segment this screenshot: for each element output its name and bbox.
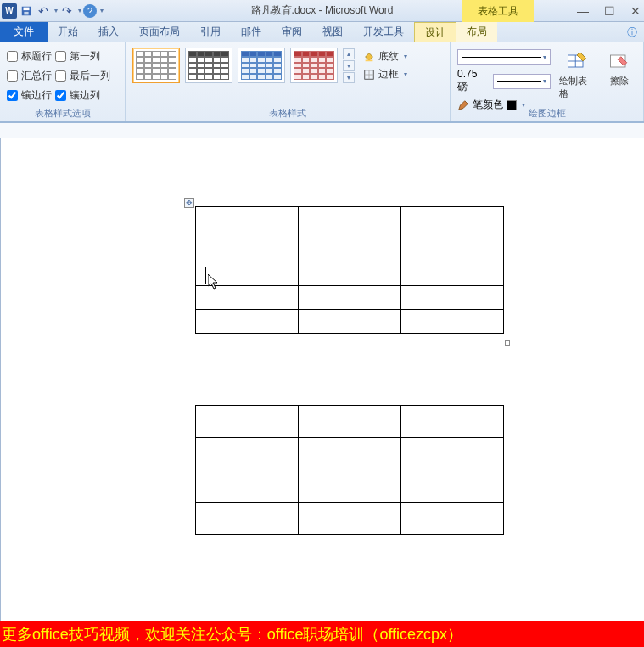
borders-icon [363,69,375,81]
draw-table-button[interactable]: 绘制表格 [554,46,599,100]
borders-button[interactable]: 边框▾ [363,67,407,82]
group-label-style-options: 表格样式选项 [0,107,125,120]
document-area[interactable]: ✥ [0,138,644,621]
tab-design[interactable]: 设计 [414,22,456,42]
svg-rect-2 [24,11,28,14]
undo-dropdown-icon[interactable]: ▾ [54,7,58,14]
table-tools-context-label: 表格工具 [462,0,534,22]
gallery-scroll-down-icon[interactable]: ▾ [343,60,355,71]
table-style-gallery: ▴ ▾ ▾ [132,46,355,83]
gallery-scroll-up-icon[interactable]: ▴ [343,48,355,59]
close-button[interactable]: ✕ [630,4,641,18]
border-style-select[interactable]: ▾ [457,49,551,65]
qat-customize-icon[interactable]: ▾ [100,7,104,14]
tab-home[interactable]: 开始 [48,22,88,42]
tab-references[interactable]: 引用 [190,22,231,42]
tab-mailings[interactable]: 邮件 [231,22,272,42]
ribbon: 标题行 汇总行 镶边行 第一列 最后一列 镶边列 表格样式选项 ▴ ▾ [0,42,644,123]
table-resize-handle-icon[interactable] [505,340,510,346]
window-title: 路凡教育.docx - Microsoft Word [251,3,394,18]
table-style-thumb-2[interactable] [185,48,232,83]
table-style-thumb-3[interactable] [238,48,285,83]
chevron-down-icon: ▾ [404,70,407,78]
restore-button[interactable]: ☐ [604,4,615,18]
table-move-handle-icon[interactable]: ✥ [184,198,194,208]
tab-insert[interactable]: 插入 [88,22,129,42]
group-label-draw-borders: 绘图边框 [451,107,643,120]
gallery-more-icon[interactable]: ▾ [343,72,355,83]
group-table-style-options: 标题行 汇总行 镶边行 第一列 最后一列 镶边列 表格样式选项 [0,42,126,121]
page: ✥ [1,138,644,621]
group-table-styles: ▴ ▾ ▾ 底纹▾ 边框▾ 表格样式 [126,42,451,121]
checkbox-first-column[interactable]: 第一列 [55,49,110,64]
chevron-down-icon: ▾ [404,53,407,60]
table-style-thumb-1[interactable] [132,48,180,83]
draw-table-icon [565,49,589,73]
border-width-select[interactable]: 0.75 磅 ▾ [457,68,551,94]
window-controls: — ☐ ✕ [577,4,641,18]
ribbon-help-icon[interactable]: ⓘ [627,25,637,40]
redo-icon[interactable]: ↷ [59,3,75,19]
checkbox-total-row[interactable]: 汇总行 [7,69,52,83]
ribbon-tabs: 文件 开始 插入 页面布局 引用 邮件 审阅 视图 开发工具 设计 布局 ⓘ [0,22,644,42]
word-app-icon[interactable]: W [2,3,17,19]
save-icon[interactable] [19,3,34,19]
titlebar: W ↶ ▾ ↷ ▾ ? ▾ 路凡教育.docx - Microsoft Word… [0,0,644,22]
eraser-icon [608,49,631,73]
table-style-thumb-4[interactable] [290,48,338,83]
gallery-scroll: ▴ ▾ ▾ [343,48,355,83]
tab-developer[interactable]: 开发工具 [353,22,414,42]
document-name: 路凡教育.docx [251,4,316,16]
tab-view[interactable]: 视图 [312,22,353,42]
checkbox-banded-columns[interactable]: 镶边列 [55,88,110,103]
svg-rect-1 [24,7,30,10]
app-name: Microsoft Word [325,4,393,16]
checkbox-header-row[interactable]: 标题行 [7,49,52,64]
help-icon[interactable]: ? [83,4,97,18]
checkbox-banded-rows[interactable]: 镶边行 [7,88,52,103]
shading-button[interactable]: 底纹▾ [363,49,407,64]
undo-icon[interactable]: ↶ [36,3,51,19]
text-caret [205,267,206,284]
quick-access-toolbar: W ↶ ▾ ↷ ▾ ? ▾ [0,3,104,19]
eraser-button[interactable]: 擦除 [602,46,636,87]
checkbox-last-column[interactable]: 最后一列 [55,69,110,83]
bucket-icon [363,51,375,63]
document-table-2[interactable] [195,405,504,535]
tab-review[interactable]: 审阅 [272,22,312,42]
tab-page-layout[interactable]: 页面布局 [129,22,190,42]
document-table-1[interactable] [195,206,504,334]
tab-file[interactable]: 文件 [0,22,48,42]
group-draw-borders: ▾ 0.75 磅 ▾ 笔颜色 ▾ 绘制表格 擦除 绘图边框 [451,42,644,121]
svg-rect-3 [366,59,373,61]
group-label-table-styles: 表格样式 [126,107,450,120]
horizontal-ruler[interactable] [0,123,644,138]
footer-banner: 更多office技巧视频，欢迎关注公众号：office职场培训（officezc… [0,621,644,647]
minimize-button[interactable]: — [577,4,589,18]
redo-dropdown-icon[interactable]: ▾ [78,7,81,14]
tab-layout[interactable]: 布局 [456,22,497,42]
